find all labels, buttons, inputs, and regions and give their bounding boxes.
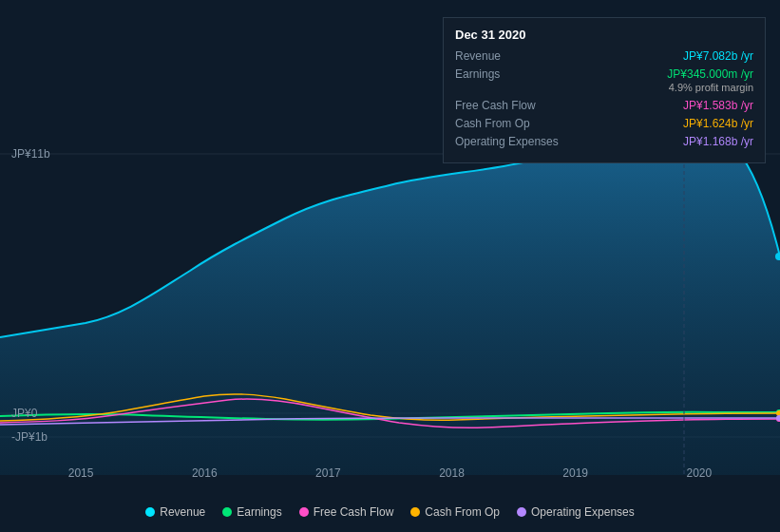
legend-label-opex: Operating Expenses xyxy=(531,505,635,519)
tooltip-row-cfop: Cash From Op JP¥1.624b /yr xyxy=(455,117,753,130)
legend-opex[interactable]: Operating Expenses xyxy=(517,505,635,519)
x-axis: 2015 2016 2017 2018 2019 2020 xyxy=(0,466,780,480)
legend-dot-earnings xyxy=(222,507,232,517)
legend-dot-revenue xyxy=(145,507,155,517)
legend-revenue[interactable]: Revenue xyxy=(145,505,205,519)
tooltip-box: Dec 31 2020 Revenue JP¥7.082b /yr Earnin… xyxy=(443,17,766,163)
y-label-mid: JP¥0 xyxy=(11,407,37,420)
legend-dot-fcf xyxy=(299,507,309,517)
legend-label-cfop: Cash From Op xyxy=(425,505,500,519)
tooltip-value-revenue: JP¥7.082b /yr xyxy=(579,49,753,63)
tooltip-label-cfop: Cash From Op xyxy=(455,117,579,130)
y-label-top: JP¥11b xyxy=(11,147,50,161)
tooltip-value-opex: JP¥1.168b /yr xyxy=(579,135,753,148)
x-label-2017: 2017 xyxy=(315,466,341,480)
y-label-bot: -JP¥1b xyxy=(11,430,48,444)
x-label-2020: 2020 xyxy=(687,466,713,480)
tooltip-row-fcf: Free Cash Flow JP¥1.583b /yr xyxy=(455,99,753,112)
legend-earnings[interactable]: Earnings xyxy=(222,505,281,519)
legend-dot-opex xyxy=(517,507,526,517)
x-label-2018: 2018 xyxy=(439,466,465,480)
tooltip-label-earnings: Earnings xyxy=(455,67,579,81)
tooltip-row-opex: Operating Expenses JP¥1.168b /yr xyxy=(455,135,753,148)
legend-cfop[interactable]: Cash From Op xyxy=(410,505,500,519)
tooltip-label-opex: Operating Expenses xyxy=(455,135,579,148)
tooltip-title: Dec 31 2020 xyxy=(455,28,753,42)
tooltip-row-revenue: Revenue JP¥7.082b /yr xyxy=(455,49,753,63)
tooltip-row-earnings: Earnings JP¥345.000m /yr 4.9% profit mar… xyxy=(455,67,753,94)
tooltip-value-earnings: JP¥345.000m /yr 4.9% profit margin xyxy=(579,67,753,94)
tooltip-value-cfop: JP¥1.624b /yr xyxy=(579,117,753,130)
tooltip-value-fcf: JP¥1.583b /yr xyxy=(579,99,753,112)
legend-fcf[interactable]: Free Cash Flow xyxy=(299,505,394,519)
x-label-2016: 2016 xyxy=(192,466,218,480)
x-label-2019: 2019 xyxy=(562,466,588,480)
tooltip-label-fcf: Free Cash Flow xyxy=(455,99,579,112)
legend-label-fcf: Free Cash Flow xyxy=(314,505,394,519)
profit-margin: 4.9% profit margin xyxy=(669,82,753,93)
tooltip-label-revenue: Revenue xyxy=(455,49,579,63)
legend-dot-cfop xyxy=(410,507,420,517)
legend-label-revenue: Revenue xyxy=(160,505,205,519)
earnings-value: JP¥345.000m /yr xyxy=(667,67,753,81)
chart-area: JP¥11b JP¥0 -JP¥1b Dec 31 2020 Revenue J… xyxy=(0,0,780,532)
x-label-2015: 2015 xyxy=(68,466,94,480)
legend-label-earnings: Earnings xyxy=(237,505,281,519)
legend: Revenue Earnings Free Cash Flow Cash Fro… xyxy=(0,505,780,519)
